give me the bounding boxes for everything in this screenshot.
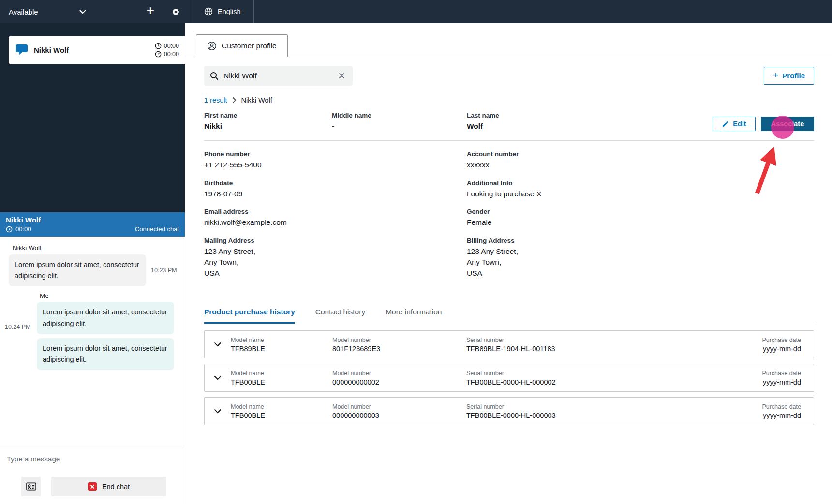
end-chat-button[interactable]: End chat xyxy=(51,477,166,496)
purchase-date-value: yyyy-mm-dd xyxy=(762,412,801,419)
clear-search-icon[interactable] xyxy=(337,71,347,81)
column-label: Purchase date xyxy=(762,403,801,410)
chevron-down-icon xyxy=(79,10,86,14)
chevron-down-icon[interactable] xyxy=(205,342,231,347)
chat-card-timer-total: 00:00 xyxy=(164,43,179,49)
model-name-value: TFB00BLE xyxy=(231,378,332,386)
field-label: First name xyxy=(204,112,332,119)
field-label: Middle name xyxy=(332,112,467,119)
field-label: Mailing Address xyxy=(204,237,467,244)
chat-message-agent: Lorem ipsum dolor sit amet, consectetur … xyxy=(0,338,185,370)
identity-section: First name Nikki Middle name - Last name… xyxy=(204,112,814,132)
breadcrumb: 1 result Nikki Wolf xyxy=(204,96,814,104)
phone-number-value: +1 212-555-5400 xyxy=(204,160,467,170)
tab-customer-profile[interactable]: Customer profile xyxy=(196,34,288,57)
field-label: Billing Address xyxy=(467,237,814,244)
chat-session-header: Nikki Wolf 00:00 Connected chat xyxy=(0,212,185,237)
section-divider xyxy=(204,140,814,141)
contact-card-icon xyxy=(26,482,36,491)
chat-message-customer: Lorem ipsum dolor sit amet, consectetur … xyxy=(9,254,185,286)
first-name-value: Nikki xyxy=(204,121,332,132)
purchase-row[interactable]: Model nameTFB00BLE Model number000000000… xyxy=(204,397,814,425)
session-contact-name: Nikki Wolf xyxy=(6,216,179,224)
purchase-date-value: yyyy-mm-dd xyxy=(762,345,801,353)
purchase-row[interactable]: Model nameTFB89BLE Model number801F12368… xyxy=(204,330,814,358)
top-bar: Available + English xyxy=(0,0,832,23)
language-label: English xyxy=(218,8,241,15)
panel-tabstrip: Customer profile xyxy=(185,34,832,56)
middle-name-value: - xyxy=(332,121,467,132)
message-bubble: Lorem ipsum dolor sit amet, consectetur … xyxy=(37,302,174,334)
profile-content: + Profile 1 result Nikki Wolf First name… xyxy=(185,66,832,425)
sidebar-empty-area xyxy=(0,64,185,212)
model-name-value: TFB89BLE xyxy=(231,345,332,353)
column-label: Serial number xyxy=(466,370,762,377)
user-circle-icon xyxy=(207,41,217,51)
column-label: Purchase date xyxy=(762,337,801,343)
breadcrumb-current: Nikki Wolf xyxy=(241,96,272,104)
column-label: Model name xyxy=(231,403,332,410)
edit-label: Edit xyxy=(733,120,746,128)
tab-label: Customer profile xyxy=(222,42,277,50)
message-timestamp: 10:24 PM xyxy=(5,324,37,330)
field-label: Additional Info xyxy=(467,179,814,187)
chat-message-list: Nikki Wolf Lorem ipsum dolor sit amet, c… xyxy=(0,237,185,446)
session-timer-icon xyxy=(155,51,162,58)
chat-card-timers: 00:00 00:00 xyxy=(155,43,179,58)
clock-icon xyxy=(155,43,162,49)
clock-icon xyxy=(6,226,13,233)
purchase-date-value: yyyy-mm-dd xyxy=(762,378,801,386)
pencil-icon xyxy=(722,120,729,128)
field-label: Account number xyxy=(467,150,814,158)
tab-product-purchase-history[interactable]: Product purchase history xyxy=(204,308,295,324)
message-bubble: Lorem ipsum dolor sit amet, consectetur … xyxy=(9,254,146,286)
end-chat-x-icon xyxy=(88,482,97,491)
message-sender-label: Me xyxy=(40,292,185,299)
additional-info-value: Looking to purchase X xyxy=(467,189,814,199)
message-composer xyxy=(0,446,185,471)
session-timer: 00:00 xyxy=(15,225,31,233)
results-link[interactable]: 1 result xyxy=(204,96,227,104)
profile-search-input[interactable] xyxy=(223,72,337,80)
contacts-sidebar: Nikki Wolf 00:00 00:00 xyxy=(0,23,185,504)
column-label: Model number xyxy=(332,403,466,410)
create-profile-button[interactable]: + Profile xyxy=(764,67,814,85)
serial-number-value: TFB00BLE-0000-HL-000002 xyxy=(466,378,762,386)
model-number-value: 000000000003 xyxy=(332,412,466,419)
chat-session-panel: Nikki Wolf 00:00 Connected chat Nikki Wo… xyxy=(0,212,185,504)
email-value: nikki.wolf@example.com xyxy=(204,217,467,228)
tab-more-information[interactable]: More information xyxy=(386,308,442,323)
chat-card-timer-state: 00:00 xyxy=(164,51,179,58)
history-tabs: Product purchase history Contact history… xyxy=(204,308,814,323)
column-label: Serial number xyxy=(466,403,762,410)
create-profile-label: Profile xyxy=(782,72,805,80)
chat-controls: End chat xyxy=(0,471,185,504)
agent-status-dropdown[interactable]: Available xyxy=(9,8,86,16)
column-label: Model number xyxy=(332,370,466,377)
field-label: Birthdate xyxy=(204,179,467,187)
field-label: Phone number xyxy=(204,150,467,158)
chat-contact-card[interactable]: Nikki Wolf 00:00 00:00 xyxy=(9,36,185,64)
settings-button[interactable] xyxy=(167,3,184,20)
message-input[interactable] xyxy=(0,455,185,463)
chevron-down-icon[interactable] xyxy=(205,409,231,414)
column-label: Model name xyxy=(231,337,332,343)
chevron-down-icon[interactable] xyxy=(205,375,231,380)
chevron-right-icon xyxy=(232,97,237,104)
birthdate-value: 1978-07-09 xyxy=(204,189,467,199)
tab-contact-history[interactable]: Contact history xyxy=(315,308,365,323)
associate-button[interactable]: Associate xyxy=(761,117,814,131)
message-sender-label: Nikki Wolf xyxy=(13,244,185,252)
column-label: Purchase date xyxy=(762,370,801,377)
profile-search[interactable] xyxy=(204,66,353,86)
quick-connects-button[interactable] xyxy=(21,477,41,496)
plus-icon: + xyxy=(773,71,778,81)
column-label: Model name xyxy=(231,370,332,377)
new-task-button[interactable]: + xyxy=(142,3,159,20)
edit-button[interactable]: Edit xyxy=(713,117,756,131)
purchase-row[interactable]: Model nameTFB00BLE Model number000000000… xyxy=(204,364,814,392)
language-selector[interactable]: English xyxy=(191,0,253,23)
app-window: Available + English xyxy=(0,0,832,504)
message-bubble: Lorem ipsum dolor sit amet, consectetur … xyxy=(37,338,174,370)
model-number-value: 000000000002 xyxy=(332,378,466,386)
